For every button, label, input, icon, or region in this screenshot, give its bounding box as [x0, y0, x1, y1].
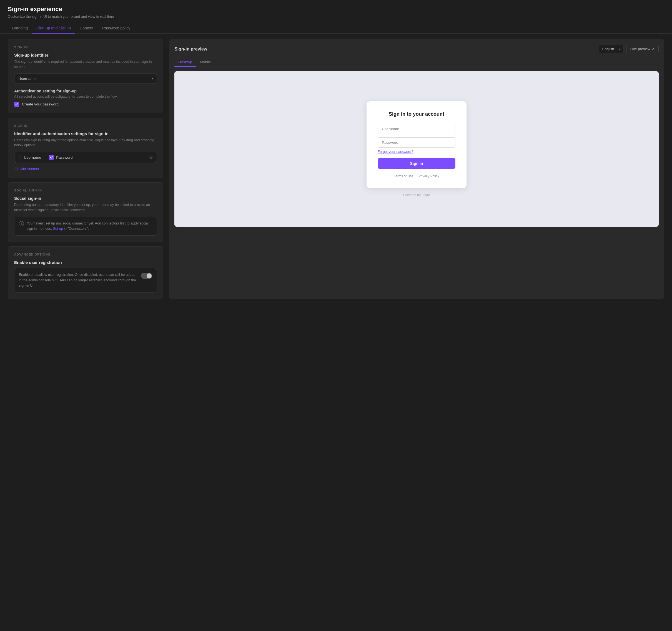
signin-heading: Identifier and authentication settings f… [14, 131, 157, 136]
preview-title: Sign-in preview [174, 47, 207, 52]
preview-header: Sign-in preview English French Spanish L… [174, 45, 659, 53]
external-link-icon: ⇗ [652, 47, 654, 51]
preview-password-input[interactable] [378, 137, 455, 148]
signin-item-username-label: Username [24, 155, 41, 159]
left-panel: SIGN UP Sign-up identifier The sign-up i… [8, 39, 163, 299]
page-title: Sign-in experience [8, 5, 664, 13]
registration-toggle-box: Enable or disallow user registration. On… [14, 268, 157, 293]
live-preview-button[interactable]: Live preview ⇗ [626, 45, 659, 53]
social-info-text: You haven't set up any social connector … [27, 221, 152, 232]
social-section-label: SOCIAL SIGN-IN [14, 189, 157, 192]
identifier-select-wrapper: Username Email Phone ▾ [14, 74, 157, 84]
add-another-label: Add Another [20, 167, 40, 171]
signin-section-label: SIGN IN [14, 124, 157, 127]
auth-setting-desc: All selected actions will be obligatory … [14, 95, 157, 99]
signin-section: SIGN IN Identifier and authentication se… [8, 118, 163, 178]
setup-connectors-link[interactable]: Set up [53, 227, 63, 231]
signin-password-label: Password [56, 155, 72, 159]
main-layout: SIGN UP Sign-up identifier The sign-up i… [0, 33, 672, 304]
signin-password-checkbox[interactable] [49, 155, 54, 160]
create-password-row: Create your password [14, 102, 157, 107]
signin-item-password-row: Password [49, 155, 72, 160]
forgot-password-link[interactable]: Forgot your password? [378, 150, 455, 154]
signin-footer: Terms of Use Privacy Policy [378, 174, 455, 178]
social-signin-section: SOCIAL SIGN-IN Social sign-in Depending … [8, 182, 163, 242]
remove-item-icon[interactable]: ⊖ [149, 155, 153, 159]
right-panel: Sign-in preview English French Spanish L… [169, 39, 664, 299]
signup-identifier-desc: The sign-up identifier is required for a… [14, 59, 157, 70]
tab-branding[interactable]: Branding [8, 23, 32, 33]
tab-content[interactable]: Content [75, 23, 98, 33]
signin-card-title: Sign in to your account [378, 111, 455, 117]
top-nav: Branding Sign-up and Sign-in Content Pas… [0, 23, 672, 33]
preview-username-input[interactable] [378, 124, 455, 134]
signup-section-label: SIGN UP [14, 46, 157, 49]
signin-item-username-content: Username Password [24, 155, 146, 160]
social-info-box: i You haven't set up any social connecto… [14, 217, 157, 236]
live-preview-label: Live preview [630, 47, 650, 51]
auth-setting-heading: Authentication setting for sign-up [14, 89, 157, 93]
signin-preview-card: Sign in to your account Forgot your pass… [366, 101, 466, 188]
advanced-section-label: ADVANCED OPTIONS [14, 253, 157, 256]
advanced-heading: Enable user registration [14, 260, 157, 265]
create-password-checkbox[interactable] [14, 102, 19, 107]
registration-toggle[interactable] [141, 273, 152, 279]
registration-toggle-text: Enable or disallow user registration. On… [19, 272, 138, 288]
info-icon: i [19, 221, 24, 226]
privacy-link[interactable]: Privacy Policy [418, 174, 439, 178]
advanced-options-section: ADVANCED OPTIONS Enable user registratio… [8, 246, 163, 299]
terms-link[interactable]: Terms of Use [394, 174, 413, 178]
identifier-select[interactable]: Username Email Phone [14, 74, 157, 84]
social-desc: Depending on the mandatory identifier yo… [14, 202, 157, 213]
info-link-suffix: in "Connectors". [63, 227, 89, 231]
signin-item-username: ⠿ Username Password ⊖ [14, 152, 157, 163]
drag-handle-icon[interactable]: ⠿ [18, 155, 21, 159]
language-select-wrapper: English French Spanish [599, 45, 623, 53]
page-subtitle: Customize the sign in UI to match your b… [8, 15, 664, 19]
tab-desktop[interactable]: Desktop [174, 58, 196, 67]
signup-identifier-heading: Sign-up identifier [14, 53, 157, 57]
language-select[interactable]: English French Spanish [599, 45, 623, 53]
signin-desc: Users can sign in using any of the optio… [14, 137, 157, 148]
preview-screen: Sign in to your account Forgot your pass… [174, 71, 659, 227]
add-circle-icon: ⊕ [14, 166, 18, 172]
signup-section: SIGN UP Sign-up identifier The sign-up i… [8, 39, 163, 113]
page-header: Sign-in experience Customize the sign in… [0, 0, 672, 19]
tab-password-policy[interactable]: Password policy [98, 23, 135, 33]
powered-by-text: Powered by Logto [403, 193, 430, 197]
create-password-label: Create your password [22, 102, 58, 106]
signin-preview-button[interactable]: Sign in [378, 158, 455, 169]
preview-controls: English French Spanish Live preview ⇗ [599, 45, 659, 53]
preview-tab-nav: Desktop Mobile [174, 58, 659, 67]
tab-mobile[interactable]: Mobile [196, 58, 215, 67]
social-heading: Social sign-in [14, 196, 157, 201]
add-another-button[interactable]: ⊕ Add Another [14, 166, 157, 172]
tab-signup-signin[interactable]: Sign-up and Sign-in [32, 23, 75, 33]
